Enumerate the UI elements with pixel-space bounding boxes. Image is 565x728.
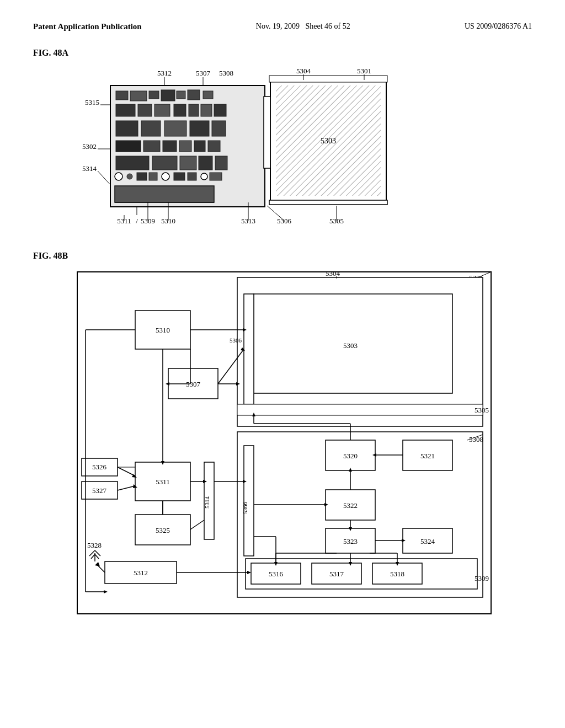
svg-line-73 — [267, 206, 284, 221]
svg-rect-15 — [116, 121, 138, 136]
svg-text:5315: 5315 — [85, 98, 99, 106]
svg-text:5312: 5312 — [157, 69, 172, 77]
svg-text:5327: 5327 — [92, 486, 107, 495]
svg-rect-88 — [237, 404, 483, 415]
svg-rect-20 — [116, 141, 141, 152]
svg-text:5318: 5318 — [390, 570, 404, 578]
svg-text:5308: 5308 — [469, 435, 483, 443]
header-center: Nov. 19, 2009 Sheet 46 of 52 — [256, 22, 350, 31]
svg-text:5323: 5323 — [343, 537, 358, 545]
svg-text:5317: 5317 — [329, 570, 344, 578]
svg-rect-45 — [264, 97, 270, 168]
svg-text:5304: 5304 — [326, 269, 340, 277]
svg-point-31 — [115, 173, 122, 180]
svg-text:5312: 5312 — [134, 569, 148, 577]
svg-text:5316: 5316 — [269, 570, 284, 578]
svg-text:5310: 5310 — [156, 326, 170, 334]
svg-text:5309: 5309 — [475, 574, 489, 582]
svg-text:5325: 5325 — [156, 526, 170, 534]
fig48a-section: FIG. 48A — [33, 48, 532, 229]
svg-rect-28 — [180, 156, 196, 170]
svg-line-62 — [98, 171, 110, 185]
svg-text:5305: 5305 — [475, 406, 489, 414]
header-date: Nov. 19, 2009 — [256, 22, 300, 30]
svg-rect-21 — [143, 141, 160, 152]
svg-point-35 — [162, 173, 169, 180]
svg-rect-19 — [212, 121, 226, 136]
svg-rect-30 — [215, 156, 227, 170]
svg-rect-22 — [163, 141, 177, 152]
svg-text:5311: 5311 — [156, 478, 170, 486]
svg-text:5322: 5322 — [343, 501, 358, 510]
fig48a-svg: 5312 5307 5308 5304 5301 5315 — [66, 63, 408, 229]
svg-rect-5 — [177, 91, 185, 99]
fig48b-label: FIG. 48B — [33, 251, 532, 261]
svg-rect-23 — [179, 141, 191, 152]
svg-rect-3 — [149, 91, 159, 99]
svg-rect-39 — [210, 173, 222, 180]
fig48b-svg: 5301 5304 5303 5306 5305 — [50, 266, 502, 625]
svg-rect-13 — [201, 104, 212, 116]
svg-text:/: / — [136, 217, 138, 225]
svg-text:5306: 5306 — [230, 337, 242, 344]
svg-rect-36 — [174, 173, 185, 180]
svg-text:5303: 5303 — [321, 137, 336, 145]
fig48b-section: FIG. 48B 5301 5304 5303 — [33, 251, 532, 625]
svg-rect-7 — [203, 91, 213, 99]
svg-text:5326: 5326 — [92, 463, 107, 471]
svg-rect-115 — [244, 446, 254, 556]
svg-text:5321: 5321 — [420, 452, 435, 460]
svg-rect-16 — [141, 121, 161, 136]
svg-rect-8 — [116, 104, 135, 116]
patent-page: Patent Application Publication Nov. 19, … — [0, 0, 565, 728]
svg-rect-27 — [152, 156, 177, 170]
svg-rect-37 — [188, 173, 196, 180]
svg-text:5324: 5324 — [420, 537, 435, 545]
header-title: Patent Application Publication — [33, 22, 142, 31]
svg-text:5304: 5304 — [296, 67, 311, 75]
svg-rect-1 — [116, 91, 128, 100]
svg-rect-46 — [269, 200, 387, 205]
svg-text:5303: 5303 — [343, 341, 358, 350]
svg-text:5366: 5366 — [242, 502, 248, 515]
svg-rect-10 — [154, 104, 170, 116]
page-header: Patent Application Publication Nov. 19, … — [33, 22, 532, 31]
svg-text:5306: 5306 — [277, 217, 292, 225]
header-patent: US 2009/0286376 A1 — [465, 22, 532, 31]
fig48b-diagram: 5301 5304 5303 5306 5305 — [50, 266, 502, 625]
svg-point-32 — [127, 174, 132, 179]
svg-rect-24 — [194, 141, 205, 152]
svg-rect-11 — [174, 104, 186, 116]
svg-text:5328: 5328 — [87, 541, 102, 549]
svg-rect-6 — [188, 90, 200, 100]
svg-rect-14 — [214, 104, 226, 116]
svg-rect-86 — [244, 294, 254, 404]
svg-text:5301: 5301 — [357, 67, 371, 75]
svg-text:5302: 5302 — [82, 142, 97, 151]
svg-rect-4 — [161, 90, 175, 101]
svg-text:5314: 5314 — [204, 496, 210, 509]
svg-text:5314: 5314 — [82, 164, 97, 173]
svg-rect-25 — [208, 141, 220, 152]
svg-rect-9 — [138, 104, 152, 116]
svg-rect-18 — [190, 121, 209, 136]
svg-point-38 — [201, 173, 207, 180]
fig48a-diagram: 5312 5307 5308 5304 5301 5315 — [66, 63, 408, 229]
svg-rect-2 — [130, 91, 147, 101]
svg-rect-33 — [137, 173, 147, 180]
svg-rect-34 — [149, 173, 157, 180]
svg-rect-29 — [199, 156, 212, 170]
svg-text:5307: 5307 — [196, 69, 211, 77]
svg-rect-40 — [115, 186, 214, 202]
svg-rect-26 — [116, 156, 149, 170]
svg-rect-17 — [164, 121, 186, 136]
svg-rect-12 — [189, 104, 199, 116]
header-sheet: Sheet 46 of 52 — [306, 22, 350, 30]
svg-rect-47 — [269, 76, 387, 82]
svg-text:5320: 5320 — [343, 452, 358, 460]
fig48a-label: FIG. 48A — [33, 48, 532, 58]
svg-text:5308: 5308 — [219, 69, 233, 77]
